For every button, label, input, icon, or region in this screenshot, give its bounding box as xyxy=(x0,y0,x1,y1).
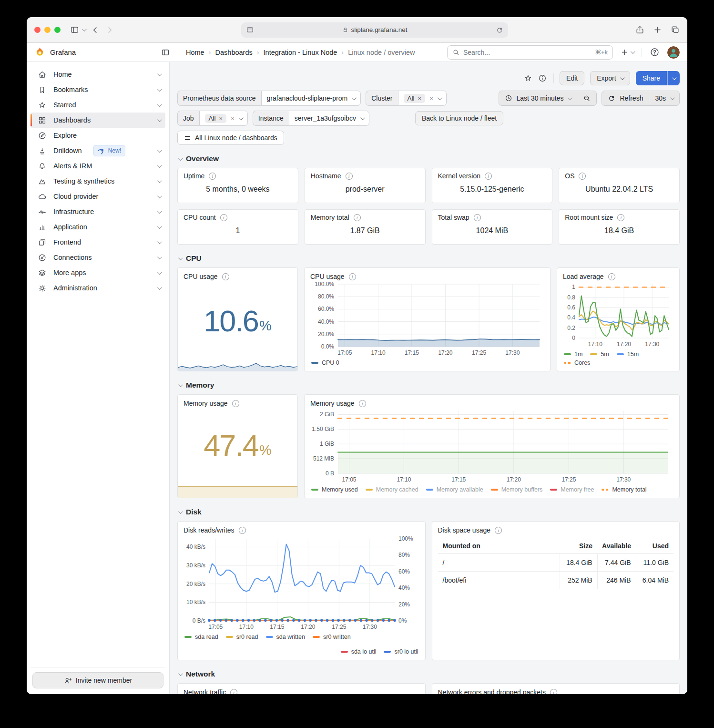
sidebar-item-cloud-provider[interactable]: Cloud provider xyxy=(31,189,165,204)
sidebar-item-more-apps[interactable]: More apps xyxy=(31,265,165,280)
panel-title[interactable]: Kernel versioni xyxy=(438,172,547,180)
all-dashboards-button[interactable]: All Linux node / dashboards xyxy=(177,131,284,145)
panel-title[interactable]: CPU counti xyxy=(184,214,292,221)
time-range-button[interactable]: Last 30 minutes xyxy=(499,91,577,105)
browser-back-button[interactable] xyxy=(91,26,100,34)
instance-value[interactable]: server_1a3ufgsoibcv xyxy=(289,111,369,126)
legend-item[interactable]: CPU 0 xyxy=(311,359,339,366)
panel-title[interactable]: Hostnamei xyxy=(311,172,419,180)
dashboard-info-icon[interactable] xyxy=(538,74,547,82)
panel-title[interactable]: Network errors and dropped packetsi xyxy=(438,688,674,694)
minimize-window-button[interactable] xyxy=(44,27,51,33)
new-tab-icon[interactable] xyxy=(653,25,662,34)
browser-sidebar-toggle-icon[interactable] xyxy=(70,25,85,34)
mega-menu-toggle-icon[interactable] xyxy=(161,48,170,57)
legend-item[interactable]: sr0 read xyxy=(226,634,258,640)
panel-title[interactable]: CPU usagei xyxy=(184,273,292,280)
share-button[interactable]: Share xyxy=(636,71,680,85)
section-overview[interactable]: Overview xyxy=(178,154,680,163)
datasource-value[interactable]: grafanacloud-sliplane-prom xyxy=(261,91,361,106)
breadcrumb-item[interactable]: Linux node / overview xyxy=(348,49,415,56)
cluster-chip[interactable]: All× xyxy=(404,94,426,103)
favorite-star-icon[interactable] xyxy=(524,74,532,82)
address-bar[interactable]: sliplane.grafana.net xyxy=(241,22,508,38)
breadcrumb-item[interactable]: Dashboards xyxy=(215,49,253,56)
sidebar-item-home[interactable]: Home xyxy=(31,67,165,82)
panel-title[interactable]: Memory totali xyxy=(311,214,419,221)
search-input[interactable]: Search... ⌘+k xyxy=(447,45,613,60)
legend-item[interactable]: sda read xyxy=(184,634,218,640)
zoom-out-time-button[interactable] xyxy=(577,91,596,105)
legend-item[interactable]: Cores xyxy=(564,359,590,366)
share-page-icon[interactable] xyxy=(635,25,644,34)
legend-item[interactable]: Memory available xyxy=(426,486,483,493)
sidebar-item-dashboards[interactable]: Dashboards xyxy=(31,113,165,128)
add-new-icon[interactable] xyxy=(621,48,634,56)
back-to-fleet-button[interactable]: Back to Linux node / fleet xyxy=(415,111,503,125)
legend-item[interactable]: sda written xyxy=(266,634,305,640)
section-disk[interactable]: Disk xyxy=(178,508,680,516)
edit-button[interactable]: Edit xyxy=(560,71,584,85)
refresh-button[interactable]: Refresh xyxy=(602,91,649,105)
sidebar-item-infrastructure[interactable]: Infrastructure xyxy=(31,204,165,219)
panel-title[interactable]: Disk space usagei xyxy=(438,526,674,534)
refresh-interval-button[interactable]: 30s xyxy=(649,91,679,105)
sidebar-item-bookmarks[interactable]: Bookmarks xyxy=(31,82,165,97)
user-avatar[interactable] xyxy=(667,46,680,59)
page-settings-icon[interactable] xyxy=(246,26,254,34)
legend-item[interactable]: Memory cached xyxy=(366,486,418,493)
sidebar-item-explore[interactable]: Explore xyxy=(31,128,165,143)
job-value[interactable]: All× × xyxy=(199,111,248,126)
panel-title[interactable]: Root mount sizei xyxy=(565,214,673,221)
reload-icon[interactable] xyxy=(496,26,503,34)
invite-new-member-button[interactable]: Invite new member xyxy=(32,672,163,688)
legend-item[interactable]: 1m xyxy=(564,351,582,358)
panel-title[interactable]: CPU usagei xyxy=(310,273,544,280)
panel-title[interactable]: Memory usagei xyxy=(184,400,292,407)
cluster-clear-icon[interactable]: × xyxy=(429,95,433,102)
legend-item[interactable]: Memory free xyxy=(550,486,594,493)
panel-title[interactable]: Uptimei xyxy=(184,172,292,180)
panel-title[interactable]: Disk reads/writesi xyxy=(184,526,419,534)
panel-title[interactable]: Network traffici xyxy=(184,688,419,694)
sidebar-item-alerts-irm[interactable]: Alerts & IRM xyxy=(31,158,165,174)
legend-item[interactable]: sda io util xyxy=(341,648,377,655)
panel-title[interactable]: Load averagei xyxy=(563,273,673,280)
legend-item[interactable]: 5m xyxy=(590,351,609,358)
table-header[interactable]: Available xyxy=(597,538,636,554)
share-dropdown[interactable] xyxy=(667,71,680,85)
sidebar-item-connections[interactable]: Connections xyxy=(31,250,165,265)
section-network[interactable]: Network xyxy=(178,670,680,678)
export-button[interactable]: Export xyxy=(590,71,630,85)
legend-item[interactable]: Memory total xyxy=(602,486,646,493)
breadcrumb-item[interactable]: Home xyxy=(186,49,204,56)
table-header[interactable]: Used xyxy=(636,538,673,554)
sidebar-item-frontend[interactable]: Frontend xyxy=(31,235,165,250)
section-memory[interactable]: Memory xyxy=(178,381,680,390)
tab-overview-icon[interactable] xyxy=(671,25,680,34)
legend-item[interactable]: Memory buffers xyxy=(491,486,543,493)
cluster-value[interactable]: All× × xyxy=(398,91,447,106)
zoom-window-button[interactable] xyxy=(54,27,61,33)
browser-forward-button[interactable] xyxy=(105,26,114,34)
help-icon[interactable] xyxy=(650,47,660,57)
table-header[interactable]: Size xyxy=(560,538,597,554)
sidebar-item-starred[interactable]: Starred xyxy=(31,97,165,113)
table-header[interactable]: Mounted on xyxy=(438,538,560,554)
breadcrumb-item[interactable]: Integration - Linux Node xyxy=(264,49,337,56)
legend-item[interactable]: sr0 written xyxy=(313,634,351,640)
sidebar-item-testing-synthetics[interactable]: Testing & synthetics xyxy=(31,174,165,189)
job-chip[interactable]: All× xyxy=(205,114,227,123)
legend-item[interactable]: Memory used xyxy=(311,486,358,493)
job-clear-icon[interactable]: × xyxy=(231,115,235,122)
legend-item[interactable]: sr0 io util xyxy=(384,648,418,655)
sidebar-item-administration[interactable]: Administration xyxy=(31,280,165,296)
sidebar-item-application[interactable]: Application xyxy=(31,219,165,235)
panel-title[interactable]: OSi xyxy=(565,172,673,180)
section-cpu[interactable]: CPU xyxy=(178,254,680,263)
legend-item[interactable]: 15m xyxy=(617,351,639,358)
panel-title[interactable]: Total swapi xyxy=(438,214,547,221)
grafana-logo[interactable] xyxy=(34,47,45,58)
sidebar-item-drilldown[interactable]: DrilldownNew! xyxy=(31,143,165,158)
close-window-button[interactable] xyxy=(34,27,41,33)
